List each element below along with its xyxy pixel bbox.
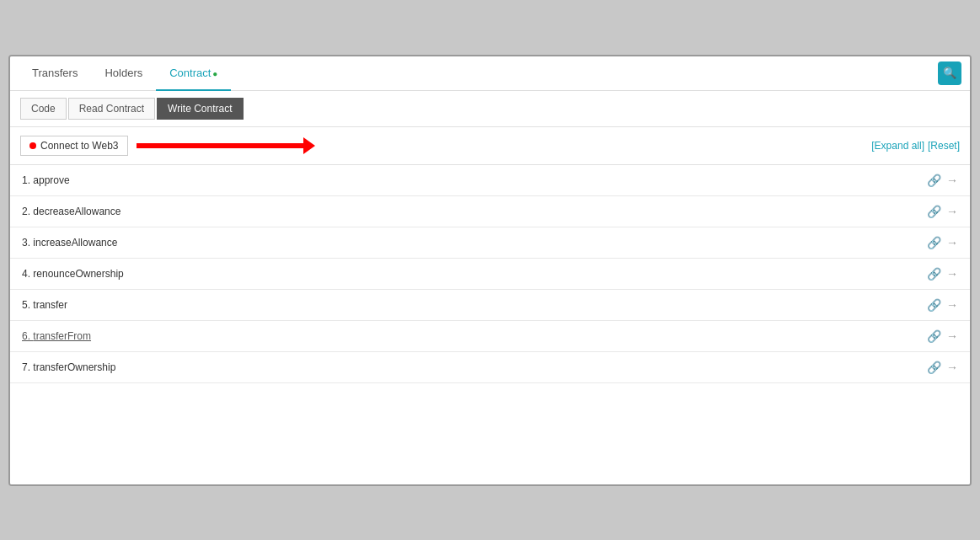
arrow-indicator [137, 143, 305, 148]
item-actions: 🔗 → [927, 298, 958, 312]
item-label: 6. transferFrom [22, 330, 91, 342]
item-label: 5. transfer [22, 299, 67, 311]
link-icon[interactable]: 🔗 [927, 205, 941, 218]
expand-all-button[interactable]: [Expand all] [871, 140, 924, 152]
arrow-icon[interactable]: → [946, 205, 958, 218]
item-label: 1. approve [22, 174, 70, 186]
item-actions: 🔗 → [927, 361, 958, 374]
link-icon[interactable]: 🔗 [927, 361, 941, 374]
link-icon[interactable]: 🔗 [927, 236, 941, 249]
contract-badge: ● [212, 69, 217, 78]
item-label: 2. decreaseAllowance [22, 206, 120, 217]
search-button[interactable]: 🔍 [938, 61, 961, 85]
arrow-icon[interactable]: → [946, 361, 958, 374]
arrow-icon[interactable]: → [946, 174, 958, 187]
table-row[interactable]: 3. increaseAllowance 🔗 → [10, 227, 970, 259]
top-navigation: Transfers Holders Contract● 🔍 [10, 56, 970, 91]
action-bar: Connect to Web3 [Expand all] [Reset] [10, 127, 970, 165]
link-icon[interactable]: 🔗 [927, 174, 941, 187]
link-icon[interactable]: 🔗 [927, 298, 941, 312]
connection-status-dot [29, 142, 36, 149]
reset-button[interactable]: [Reset] [928, 140, 960, 152]
item-actions: 🔗 → [927, 205, 958, 218]
link-icon[interactable]: 🔗 [927, 267, 941, 281]
table-row[interactable]: 6. transferFrom 🔗 → [10, 321, 970, 352]
contract-list: 1. approve 🔗 → 2. decreaseAllowance 🔗 → … [10, 165, 970, 484]
item-actions: 🔗 → [927, 174, 958, 187]
arrow-line [137, 143, 305, 148]
item-label: 3. increaseAllowance [22, 237, 117, 249]
arrow-icon[interactable]: → [946, 236, 958, 249]
tab-write-contract[interactable]: Write Contract [157, 98, 243, 120]
link-icon[interactable]: 🔗 [927, 329, 941, 343]
item-label: 7. transferOwnership [22, 361, 115, 373]
tab-transfers[interactable]: Transfers [19, 56, 91, 91]
search-icon: 🔍 [943, 67, 956, 79]
arrow-icon[interactable]: → [946, 298, 958, 312]
table-row[interactable]: 1. approve 🔗 → [10, 165, 970, 196]
table-row[interactable]: 5. transfer 🔗 → [10, 290, 970, 321]
sub-tab-bar: Code Read Contract Write Contract [10, 91, 970, 127]
expand-reset-controls: [Expand all] [Reset] [871, 140, 960, 152]
tab-read-contract[interactable]: Read Contract [68, 98, 155, 120]
tab-contract[interactable]: Contract● [156, 56, 231, 91]
item-actions: 🔗 → [927, 267, 958, 281]
table-row[interactable]: 2. decreaseAllowance 🔗 → [10, 196, 970, 227]
item-label: 4. renounceOwnership [22, 268, 124, 280]
tab-code[interactable]: Code [20, 98, 67, 120]
item-actions: 🔗 → [927, 329, 958, 343]
empty-space [10, 383, 970, 484]
arrow-icon[interactable]: → [946, 329, 958, 343]
table-row[interactable]: 4. renounceOwnership 🔗 → [10, 259, 970, 290]
browser-frame: Transfers Holders Contract● 🔍 Code Read … [8, 55, 972, 486]
tab-holders[interactable]: Holders [91, 56, 156, 91]
connect-web3-button[interactable]: Connect to Web3 [20, 136, 128, 156]
item-actions: 🔗 → [927, 236, 958, 249]
table-row[interactable]: 7. transferOwnership 🔗 → [10, 352, 970, 383]
arrow-icon[interactable]: → [946, 267, 958, 281]
connect-button-label: Connect to Web3 [40, 140, 119, 152]
